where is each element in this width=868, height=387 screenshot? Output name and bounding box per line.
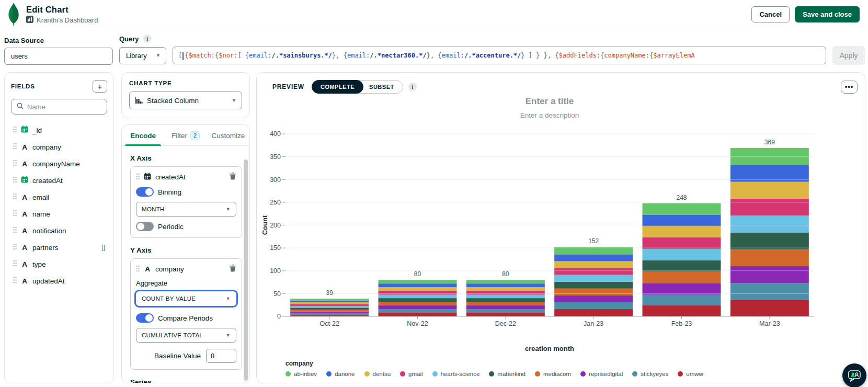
bar-segment-danone[interactable] bbox=[379, 283, 457, 287]
bar-segment-matterkind[interactable] bbox=[554, 282, 633, 289]
trash-icon[interactable] bbox=[229, 172, 236, 182]
add-field-button[interactable]: + bbox=[93, 80, 107, 93]
drag-handle-icon[interactable] bbox=[13, 142, 17, 152]
field-row-partners[interactable]: Apartners[] bbox=[11, 239, 107, 256]
field-row-notification[interactable]: Anotification bbox=[11, 222, 107, 239]
drag-handle-icon[interactable] bbox=[13, 276, 17, 286]
drag-handle-icon[interactable] bbox=[13, 259, 17, 269]
bar-segment-danone[interactable] bbox=[466, 283, 545, 287]
bar-segment-mediacom[interactable] bbox=[290, 310, 369, 311]
bar-segment-reprisedigital[interactable] bbox=[379, 305, 457, 309]
trash-icon[interactable] bbox=[229, 264, 236, 274]
periodic-toggle[interactable] bbox=[136, 222, 154, 231]
bar-segment-ab-inbev[interactable] bbox=[379, 280, 457, 283]
drag-handle-icon[interactable] bbox=[13, 226, 17, 235]
bar-segment-gmail[interactable] bbox=[730, 199, 809, 215]
bar-segment-hearts-science[interactable] bbox=[643, 249, 721, 260]
bar-segment-mediacom[interactable] bbox=[379, 302, 457, 305]
bar-segment-reprisedigital[interactable] bbox=[290, 311, 369, 313]
field-row-email[interactable]: Aemail bbox=[11, 189, 107, 206]
bar-segment-dentsu[interactable] bbox=[290, 302, 369, 304]
bar-segment-reprisedigital[interactable] bbox=[730, 266, 809, 283]
bar-segment-ab-inbev[interactable] bbox=[466, 280, 545, 283]
bar-segment-umww[interactable] bbox=[643, 305, 721, 316]
drag-handle-icon[interactable] bbox=[13, 126, 17, 135]
bar-segment-matterkind[interactable] bbox=[643, 260, 721, 272]
bar-segment-dentsu[interactable] bbox=[643, 226, 721, 237]
bar-segment-matterkind[interactable] bbox=[730, 232, 809, 249]
bar-segment-mediacom[interactable] bbox=[466, 302, 545, 305]
drag-handle-icon[interactable] bbox=[136, 265, 140, 274]
drag-handle-icon[interactable] bbox=[13, 192, 17, 202]
bar-segment-dentsu[interactable] bbox=[554, 261, 633, 268]
field-row-type[interactable]: Atype bbox=[11, 256, 107, 272]
bar-segment-dentsu[interactable] bbox=[379, 287, 457, 291]
tab-encode[interactable]: Encode bbox=[122, 125, 164, 145]
bar-segment-ab-inbev[interactable] bbox=[290, 299, 369, 300]
query-info-icon[interactable]: i bbox=[143, 35, 152, 43]
bar-segment-matterkind[interactable] bbox=[290, 308, 369, 309]
chart-type-dropdown[interactable]: Stacked Column ▼ bbox=[129, 92, 242, 109]
preview-info-icon[interactable]: i bbox=[408, 83, 417, 91]
bar-segment-stickyeyes[interactable] bbox=[643, 294, 721, 305]
drag-handle-icon[interactable] bbox=[13, 243, 17, 252]
bar-segment-gmail[interactable] bbox=[466, 291, 545, 294]
bar-segment-hearts-science[interactable] bbox=[554, 275, 633, 282]
bar-segment-danone[interactable] bbox=[643, 214, 721, 226]
drag-handle-icon[interactable] bbox=[136, 173, 140, 182]
bar-segment-reprisedigital[interactable] bbox=[554, 295, 633, 302]
bar-segment-reprisedigital[interactable] bbox=[466, 305, 545, 309]
field-row-_id[interactable]: _id bbox=[11, 122, 107, 139]
bar-segment-matterkind[interactable] bbox=[379, 298, 457, 302]
tab-customize[interactable]: Customize bbox=[207, 125, 249, 145]
bar-segment-hearts-science[interactable] bbox=[379, 294, 457, 298]
bar-segment-dentsu[interactable] bbox=[730, 182, 809, 199]
encode-scrollbar[interactable] bbox=[244, 160, 248, 381]
tab-filter[interactable]: Filter2 bbox=[164, 125, 207, 145]
segment-complete[interactable]: COMPLETE bbox=[312, 80, 363, 94]
bar-segment-dentsu[interactable] bbox=[466, 287, 545, 291]
support-chat-button[interactable] bbox=[842, 363, 866, 387]
bar-segment-umww[interactable] bbox=[730, 300, 809, 316]
drag-handle-icon[interactable] bbox=[13, 176, 17, 185]
bar-segment-mediacom[interactable] bbox=[554, 289, 633, 295]
bar-segment-hearts-science[interactable] bbox=[290, 306, 369, 308]
bar-segment-stickyeyes[interactable] bbox=[379, 309, 457, 313]
aggregate-dropdown[interactable]: COUNT BY VALUE ▼ bbox=[136, 291, 236, 306]
data-source-input[interactable] bbox=[4, 48, 113, 65]
bar-segment-gmail[interactable] bbox=[290, 304, 369, 305]
bar-segment-gmail[interactable] bbox=[643, 237, 721, 249]
drag-handle-icon[interactable] bbox=[13, 209, 17, 219]
query-input[interactable]: [ { $match: { $nor: [ { email: /.*sainsb… bbox=[173, 47, 826, 64]
field-search-input[interactable] bbox=[27, 103, 101, 111]
chart-title-placeholder[interactable]: Enter a title bbox=[285, 96, 814, 107]
bar-segment-stickyeyes[interactable] bbox=[466, 309, 545, 313]
chart-menu-button[interactable]: ••• bbox=[841, 81, 858, 94]
field-search[interactable] bbox=[11, 99, 107, 115]
bar-segment-reprisedigital[interactable] bbox=[643, 283, 721, 294]
drag-handle-icon[interactable] bbox=[13, 159, 17, 168]
baseline-value-input[interactable] bbox=[206, 349, 236, 363]
chart-description-placeholder[interactable]: Enter a description bbox=[285, 111, 814, 119]
dashboard-name[interactable]: Kranthi's Dashboard bbox=[37, 16, 98, 24]
bar-segment-umww[interactable] bbox=[554, 309, 633, 316]
bar-segment-mediacom[interactable] bbox=[643, 271, 721, 283]
field-row-createdAt[interactable]: createdAt bbox=[11, 172, 107, 189]
bar-segment-stickyeyes[interactable] bbox=[554, 302, 633, 309]
field-row-updatedAt[interactable]: AupdatedAt bbox=[11, 272, 107, 289]
field-row-name[interactable]: Aname bbox=[11, 206, 107, 222]
apply-button[interactable]: Apply bbox=[832, 46, 865, 65]
bar-segment-umww[interactable] bbox=[379, 313, 457, 316]
library-dropdown[interactable]: Library ▼ bbox=[119, 47, 166, 64]
bar-segment-hearts-science[interactable] bbox=[730, 215, 809, 232]
bar-segment-ab-inbev[interactable] bbox=[643, 203, 721, 215]
bar-segment-stickyeyes[interactable] bbox=[730, 283, 809, 300]
cancel-button[interactable]: Cancel bbox=[751, 6, 790, 22]
bar-segment-mediacom[interactable] bbox=[730, 249, 809, 266]
bar-segment-gmail[interactable] bbox=[379, 291, 457, 294]
binning-unit-dropdown[interactable]: MONTH ▼ bbox=[136, 202, 236, 217]
save-and-close-button[interactable]: Save and close bbox=[795, 6, 860, 22]
bar-segment-gmail[interactable] bbox=[554, 268, 633, 275]
bar-segment-danone[interactable] bbox=[554, 254, 633, 261]
field-row-companyName[interactable]: AcompanyName bbox=[11, 155, 107, 172]
